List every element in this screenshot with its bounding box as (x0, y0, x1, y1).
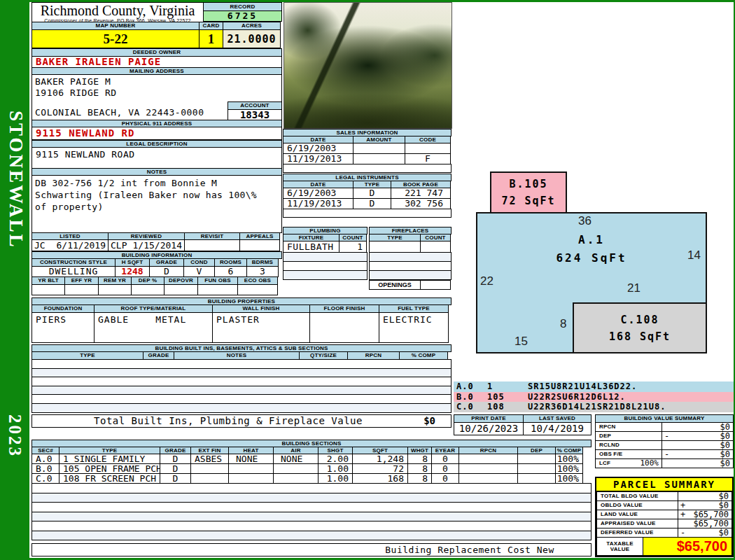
construction-style-value: DWELLING (31, 266, 115, 277)
bvs-row: DEP -$0 (595, 431, 734, 441)
empty-row (283, 270, 368, 280)
print-date-value: 10/26/2023 (454, 422, 524, 435)
sale-date: 6/19/2003 (283, 143, 354, 154)
dimension-right: 14 (687, 248, 701, 262)
built-ins-total-label: Total Built Ins, Plumbing & Fireplace Va… (32, 415, 424, 427)
parcel-op: + (680, 500, 685, 510)
built-ins-total-row: Total Built Ins, Plumbing & Fireplace Va… (31, 414, 451, 428)
instrument-book: 221 747 (391, 188, 451, 199)
effyr-value (64, 284, 99, 295)
sale-amount (353, 153, 405, 164)
code-vector: U22R2SU6R12D6L12. (528, 392, 626, 402)
code-num: 105 (487, 392, 528, 402)
empty-row (283, 252, 368, 262)
bvs-value: $0 (720, 431, 730, 441)
sec-value: B.0 (31, 463, 59, 474)
bvs-label: DEP (595, 431, 662, 441)
roof-value: GABLE METAL (94, 312, 213, 343)
notes-line-1: DB 302-756 1/2 int from Bonnie M (35, 177, 257, 189)
property-photo (284, 2, 452, 129)
bvs-value: $0 (720, 449, 730, 459)
parcel-summary-title: PARCEL SUMMARY (596, 478, 732, 491)
comp-value: 100% (555, 473, 583, 484)
building-info-empty-row (31, 284, 278, 295)
empty-row (31, 403, 451, 413)
empty-row (31, 502, 592, 512)
whgt-value: 8 (407, 463, 432, 474)
air-value: NONE (273, 454, 318, 464)
record-box: RECORD 6725 (203, 2, 282, 22)
reviewed-by: CLP (111, 240, 127, 251)
shgt-value: 1.00 (318, 463, 353, 474)
empty-row (369, 261, 451, 271)
empty-row (369, 270, 451, 280)
parcel-label: LAND VALUE (596, 510, 678, 519)
sqft-value: 72 (352, 463, 408, 474)
whgt-value: 8 (407, 454, 432, 464)
parcel-value: $0 (719, 500, 729, 510)
district-sidebar-label: STONEWALL (5, 111, 27, 249)
heat-value (228, 463, 274, 474)
parcel-value: $0 (719, 491, 729, 501)
dimension-c: 8 (560, 317, 566, 331)
extfin-value (190, 473, 229, 484)
floor-finish-value (309, 312, 379, 343)
parcel-value-cell: $65,700 (678, 519, 732, 528)
foundation-value: PIERS (31, 312, 94, 343)
rpcn-value (458, 463, 518, 474)
instruments-empty-row (283, 209, 451, 218)
bvs-row: RCLND $0 (595, 440, 734, 450)
hsqft-value: 1248 (115, 266, 150, 277)
code-num: 1 (487, 382, 528, 391)
parcel-label: DEFERRED VALUE (596, 528, 678, 538)
built-ins-empty-rows (31, 359, 451, 413)
fireplace-row (369, 241, 451, 253)
sketch-section-a-labels: A.1 624 SqFt (476, 231, 707, 267)
sale-date: 11/19/2013 (283, 153, 354, 164)
sec-value: A.0 (31, 454, 59, 464)
sales-empty-row (283, 164, 451, 173)
plumbing-empty-rows (283, 252, 368, 280)
sales-row: 6/19/2003 (283, 143, 451, 154)
parcel-value: $65,700 (693, 519, 729, 528)
parcel-value-cell: +$65,700 (678, 510, 732, 519)
bvs-row: LCF100% $0 (595, 458, 734, 468)
fuel-type-value: ELECTRIC (379, 312, 449, 343)
sale-amount (353, 143, 405, 154)
empty-row (31, 512, 592, 522)
instrument-type: D (353, 188, 391, 199)
physical-address-value: 9115 NEWLAND RD (31, 127, 282, 140)
bvs-label: RCLND (595, 440, 662, 450)
bvs-op: - (664, 449, 669, 459)
openings-label: OPENINGS (369, 280, 421, 290)
eyear-value: 0 (431, 463, 459, 474)
record-value: 6725 (203, 10, 282, 22)
sqft-value: 1,248 (352, 454, 408, 464)
bvs-extra: 100% (640, 458, 659, 468)
mailing-line-3: COLONIAL BEACH, VA 22443-0000 (35, 107, 204, 118)
funobs-value (197, 284, 238, 295)
map-value-row: 5-22 1 21.0000 (31, 29, 281, 48)
empty-row (31, 359, 451, 369)
notes-line-3: of property) (35, 201, 257, 213)
sketch-code-list: A.0 1 SR15U8R21U14L36D22. B.0 105 U22R2S… (454, 382, 734, 412)
appeals-value (239, 239, 280, 251)
code-vector: U22R36D14L21SR21D8L21U8. (528, 402, 666, 412)
sketch-b-sqft: 72 SqFt (501, 192, 555, 209)
bdrms-value: 3 (246, 266, 279, 277)
fireplace-type-value (369, 241, 421, 253)
heat-value: NONE (228, 454, 274, 464)
parcel-value-cell: -$0 (678, 528, 732, 538)
mailing-line-1: BAKER PAIGE M (35, 76, 204, 88)
sketch-section-b: B.105 72 SqFt (490, 172, 567, 214)
shgt-value: 2.00 (318, 454, 353, 464)
fireplaces-empty-rows (369, 252, 451, 280)
bvs-value-cell: $0 (662, 422, 734, 432)
type-value: 105 OPEN FRAME PCH (59, 463, 160, 474)
parcel-label: OBLDG VALUE (596, 500, 678, 510)
building-properties-value-row: PIERS GABLE METAL PLASTER ELECTRIC (31, 312, 449, 343)
sketch-code-row: C.0 108 U22R36D14L21SR21D8L21U8. (454, 402, 734, 412)
rpcn-value (458, 454, 518, 464)
tax-year-sidebar-label: 2023 (5, 414, 24, 458)
dep-value (517, 463, 556, 474)
